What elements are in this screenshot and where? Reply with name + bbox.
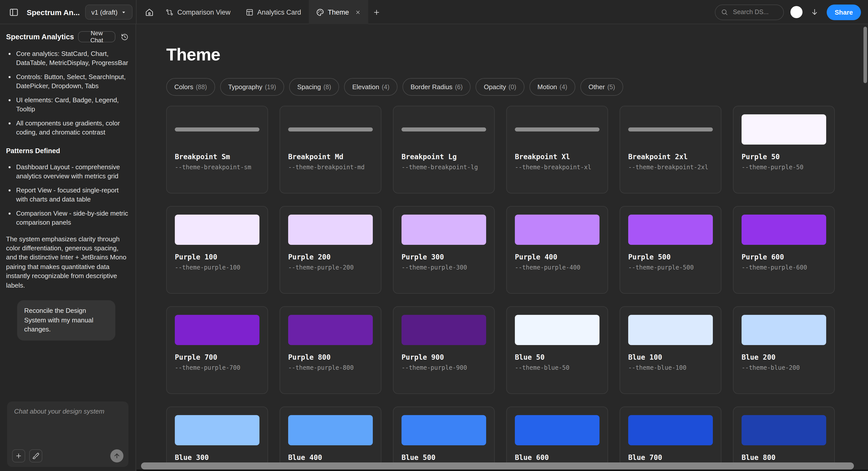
token-card-blue-700[interactable]: Blue 700--theme-blue-700	[620, 407, 721, 471]
token-name: Purple 500	[628, 253, 713, 261]
vertical-scrollbar[interactable]	[864, 27, 867, 83]
token-name: Purple 300	[402, 253, 486, 261]
token-name: Purple 200	[288, 253, 373, 261]
token-card-breakpoint-md[interactable]: Breakpoint Md--theme-breakpoint-md	[280, 106, 381, 194]
token-card-blue-500[interactable]: Blue 500--theme-blue-500	[393, 407, 495, 471]
share-button[interactable]: Share	[827, 4, 861, 20]
main-content: Theme Colors(88)Typography(19)Spacing(8)…	[136, 24, 868, 471]
component-bullet: Controls: Button, Select, SearchInput, D…	[16, 72, 129, 91]
filter-chip-other[interactable]: Other(5)	[580, 78, 623, 96]
home-tab-button[interactable]	[140, 0, 158, 24]
filter-chip-motion[interactable]: Motion(4)	[529, 78, 576, 96]
tab-theme[interactable]: Theme	[309, 0, 368, 24]
attach-button[interactable]	[12, 449, 25, 463]
breakpoint-preview	[628, 115, 713, 145]
token-card-breakpoint-sm[interactable]: Breakpoint Sm--theme-breakpoint-sm	[166, 106, 268, 194]
token-card-breakpoint-lg[interactable]: Breakpoint Lg--theme-breakpoint-lg	[393, 106, 495, 194]
token-card-blue-200[interactable]: Blue 200--theme-blue-200	[733, 307, 835, 394]
token-variable: --theme-blue-50	[515, 365, 599, 372]
filter-chip-opacity[interactable]: Opacity(0)	[476, 78, 524, 96]
token-card-purple-600[interactable]: Purple 600--theme-purple-600	[733, 206, 835, 294]
sidebar-toggle-button[interactable]	[6, 4, 21, 20]
token-card-purple-500[interactable]: Purple 500--theme-purple-500	[620, 206, 721, 294]
token-name: Blue 800	[742, 453, 826, 462]
filter-chip-count: (8)	[323, 84, 331, 91]
filter-chip-count: (5)	[607, 84, 615, 91]
tab-analytics-card[interactable]: Analytics Card	[238, 0, 309, 24]
token-name: Purple 700	[175, 353, 259, 362]
token-card-purple-900[interactable]: Purple 900--theme-purple-900	[393, 307, 495, 394]
pattern-bullet: Dashboard Layout - comprehensive analyti…	[16, 163, 129, 181]
sidebar-title: Spectrum Analytics	[6, 31, 74, 42]
sidebar: Spectrum Analytics New Chat Core analyti…	[0, 24, 136, 471]
token-card-blue-300[interactable]: Blue 300--theme-blue-300	[166, 407, 268, 471]
token-card-blue-600[interactable]: Blue 600--theme-blue-600	[506, 407, 608, 471]
filter-chip-spacing[interactable]: Spacing(8)	[289, 78, 339, 96]
filter-chip-typography[interactable]: Typography(19)	[220, 78, 284, 96]
color-swatch	[515, 315, 599, 345]
token-card-breakpoint-xl[interactable]: Breakpoint Xl--theme-breakpoint-xl	[506, 106, 608, 194]
search-box[interactable]	[715, 4, 784, 20]
page-title: Theme	[166, 45, 868, 64]
paintbrush-icon	[32, 452, 39, 460]
git-compare-icon	[166, 8, 173, 16]
token-card-breakpoint-2xl[interactable]: Breakpoint 2xl--theme-breakpoint-2xl	[620, 106, 721, 194]
token-variable: --theme-blue-200	[742, 365, 826, 372]
filter-chip-elevation[interactable]: Elevation(4)	[344, 78, 398, 96]
topbar: Spectrum An... v1 (draft) Comparison Vie…	[0, 0, 868, 24]
token-card-purple-200[interactable]: Purple 200--theme-purple-200	[280, 206, 381, 294]
breakpoint-bar	[288, 128, 373, 132]
version-label: v1 (draft)	[91, 8, 118, 16]
panel-left-icon	[9, 7, 19, 17]
plus-icon	[15, 452, 22, 460]
tab-comparison-view[interactable]: Comparison View	[158, 0, 238, 24]
breakpoint-preview	[515, 115, 599, 145]
pattern-bullet: Report View - focused single-report with…	[16, 186, 129, 204]
token-name: Breakpoint Md	[288, 153, 373, 161]
horizontal-scrollbar[interactable]	[141, 463, 854, 470]
search-input[interactable]	[732, 8, 778, 16]
token-name: Purple 50	[742, 153, 826, 161]
token-card-blue-100[interactable]: Blue 100--theme-blue-100	[620, 307, 721, 394]
avatar[interactable]	[790, 6, 803, 18]
token-variable: --theme-purple-500	[628, 264, 713, 271]
filter-chip-border-radius[interactable]: Border Radius(6)	[403, 78, 471, 96]
token-card-blue-50[interactable]: Blue 50--theme-blue-50	[506, 307, 608, 394]
chat-input[interactable]	[13, 407, 122, 440]
token-card-blue-800[interactable]: Blue 800--theme-blue-800	[733, 407, 835, 471]
token-variable: --theme-purple-700	[175, 365, 259, 372]
search-icon	[721, 8, 728, 15]
filter-chip-label: Motion	[537, 83, 557, 91]
patterns-heading: Patterns Defined	[6, 146, 129, 155]
token-card-blue-400[interactable]: Blue 400--theme-blue-400	[280, 407, 381, 471]
token-name: Blue 500	[402, 453, 486, 462]
token-card-purple-300[interactable]: Purple 300--theme-purple-300	[393, 206, 495, 294]
version-dropdown[interactable]: v1 (draft)	[85, 4, 133, 20]
filter-chip-count: (6)	[455, 84, 463, 91]
token-variable: --theme-breakpoint-md	[288, 164, 373, 171]
filter-chip-colors[interactable]: Colors(88)	[166, 78, 215, 96]
token-card-purple-400[interactable]: Purple 400--theme-purple-400	[506, 206, 608, 294]
style-brush-button[interactable]	[29, 449, 42, 463]
download-button[interactable]	[809, 4, 820, 20]
bottom-edge	[136, 470, 868, 471]
token-card-purple-700[interactable]: Purple 700--theme-purple-700	[166, 307, 268, 394]
breakpoint-bar	[402, 128, 486, 132]
token-name: Breakpoint Sm	[175, 153, 259, 161]
token-card-purple-100[interactable]: Purple 100--theme-purple-100	[166, 206, 268, 294]
close-tab-button[interactable]	[355, 9, 361, 15]
token-name: Purple 600	[742, 253, 826, 261]
new-chat-button[interactable]: New Chat	[78, 31, 116, 42]
plus-icon	[373, 8, 380, 16]
component-bullet: Core analytics: StatCard, Chart, DataTab…	[16, 50, 129, 68]
color-swatch	[628, 315, 713, 345]
token-card-purple-50[interactable]: Purple 50--theme-purple-50	[733, 106, 835, 194]
new-tab-button[interactable]	[368, 0, 385, 24]
sidebar-header: Spectrum Analytics New Chat	[6, 31, 129, 42]
token-card-purple-800[interactable]: Purple 800--theme-purple-800	[280, 307, 381, 394]
filter-chip-count: (19)	[265, 84, 276, 91]
history-button[interactable]	[119, 32, 129, 42]
send-button[interactable]	[110, 449, 123, 463]
color-swatch	[742, 315, 826, 345]
arrow-down-icon	[811, 8, 818, 16]
